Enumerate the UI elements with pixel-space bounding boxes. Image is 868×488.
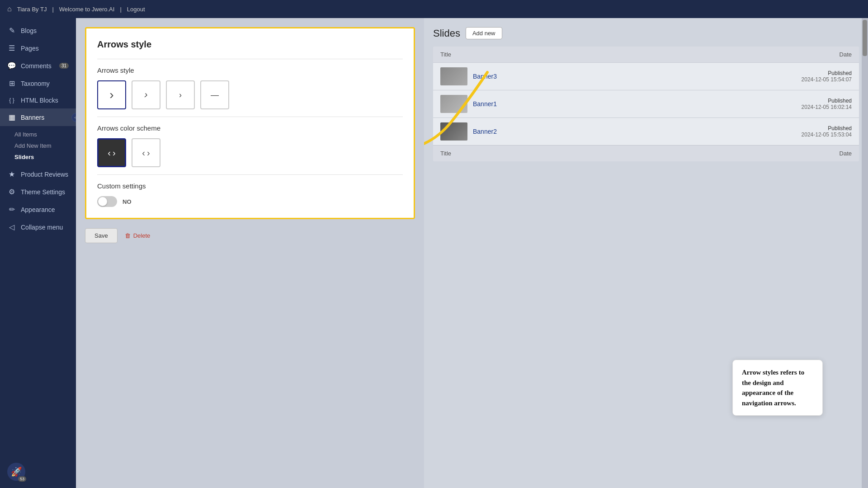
- top-separator-2: |: [120, 6, 121, 13]
- sidebar-label-product-reviews: Product Reviews: [21, 171, 68, 178]
- avatar-icon: 🚀: [11, 466, 22, 477]
- custom-settings-toggle-row: NO: [97, 196, 403, 207]
- arrows-card-title: Arrows style: [97, 39, 403, 50]
- arrow-style-options: › › › —: [97, 80, 403, 109]
- sidebar-label-appearance: Appearance: [21, 206, 55, 213]
- delete-button[interactable]: 🗑 Delete: [125, 232, 151, 239]
- slide-status-banner1: Published 2024-12-05 16:02:14: [761, 98, 852, 110]
- sidebar-item-blogs[interactable]: ✎ Blogs: [0, 22, 76, 39]
- delete-icon: 🗑: [125, 232, 131, 239]
- slide-thumb-banner2: [440, 122, 467, 141]
- col-footer-date: Date: [761, 150, 852, 157]
- arrows-style-card: Arrows style Arrows style › › › — Arrows…: [85, 27, 415, 219]
- toggle-label: NO: [123, 198, 132, 205]
- slides-table-footer: Title Date: [433, 145, 859, 161]
- right-scrollbar[interactable]: [862, 18, 868, 488]
- top-separator-1: |: [52, 6, 53, 13]
- slide-date-banner2: 2024-12-05 15:53:04: [761, 131, 852, 138]
- custom-settings-label: Custom settings: [97, 182, 403, 190]
- sidebar-item-collapse-menu[interactable]: ◁ Collapse menu: [0, 218, 76, 236]
- html-blocks-icon: { }: [7, 97, 16, 103]
- sidebar-item-pages[interactable]: ☰ Pages: [0, 39, 76, 57]
- table-row: Banner3 Published 2024-12-05 15:54:07: [433, 62, 859, 90]
- avatar-badge: 53: [18, 476, 26, 482]
- tooltip-text: Arrow styles refers to the design and ap…: [742, 369, 804, 407]
- slides-table: Title Date Banner3 Published 2024-12-05 …: [433, 47, 859, 161]
- form-panel: Arrows style Arrows style › › › — Arrows…: [76, 18, 424, 488]
- sidebar-label-blogs: Blogs: [21, 27, 37, 34]
- slide-status-banner2: Published 2024-12-05 15:53:04: [761, 125, 852, 138]
- add-new-button[interactable]: Add new: [466, 27, 502, 39]
- slide-status-text-banner3: Published: [761, 70, 852, 76]
- sidebar-sub-add-new-item[interactable]: Add New Item: [7, 140, 76, 151]
- sidebar-collapse-toggle[interactable]: ◁: [71, 113, 76, 122]
- sidebar-bottom: 🚀 53: [0, 455, 76, 488]
- form-bottom: Save 🗑 Delete: [85, 228, 415, 243]
- col-footer-title: Title: [440, 150, 761, 157]
- banners-submenu: All Items Add New Item Sliders: [0, 126, 76, 165]
- top-bar: ⌂ Tiara By TJ | Welcome to Jwero.AI | Lo…: [0, 0, 868, 18]
- col-header-date: Date: [761, 51, 852, 58]
- user-avatar[interactable]: 🚀 53: [7, 463, 25, 481]
- sidebar-sub-sliders[interactable]: Sliders: [7, 151, 76, 163]
- arrows-style-label: Arrows style: [97, 66, 403, 74]
- arrow-style-option-3[interactable]: ›: [166, 80, 195, 109]
- banners-icon: ▦: [7, 113, 16, 122]
- divider-2: [97, 117, 403, 117]
- sidebar-label-theme-settings: Theme Settings: [21, 188, 65, 196]
- main-layout: ✎ Blogs ☰ Pages 💬 Comments 31 ⊞ Taxonomy…: [0, 18, 868, 488]
- divider-3: [97, 174, 403, 175]
- slide-date-banner1: 2024-12-05 16:02:14: [761, 104, 852, 110]
- sidebar-item-html-blocks[interactable]: { } HTML Blocks: [0, 92, 76, 108]
- save-button[interactable]: Save: [85, 228, 118, 243]
- sidebar-label-html-blocks: HTML Blocks: [21, 97, 58, 104]
- arrow-style-option-1[interactable]: ›: [97, 80, 126, 109]
- slide-status-banner3: Published 2024-12-05 15:54:07: [761, 70, 852, 83]
- sidebar-item-appearance[interactable]: ✏ Appearance: [0, 201, 76, 218]
- table-row: Banner1 Published 2024-12-05 16:02:14: [433, 90, 859, 117]
- taxonomy-icon: ⊞: [7, 79, 16, 88]
- slide-name-banner1[interactable]: Banner1: [473, 100, 756, 108]
- sidebar-item-theme-settings[interactable]: ⚙ Theme Settings: [0, 183, 76, 201]
- slides-panel: Slides Add new Title Date Banner3 Publis…: [424, 18, 868, 488]
- slide-status-text-banner1: Published: [761, 98, 852, 104]
- divider-1: [97, 59, 403, 59]
- arrow-color-dark[interactable]: ‹ ›: [97, 138, 126, 167]
- comments-icon: 💬: [7, 61, 16, 70]
- tooltip-box: Arrow styles refers to the design and ap…: [732, 360, 823, 416]
- slide-thumb-banner1: [440, 95, 467, 113]
- content-area: Arrows style Arrows style › › › — Arrows…: [76, 18, 868, 488]
- slides-header: Slides Add new: [433, 27, 859, 39]
- welcome-link[interactable]: Welcome to Jwero.AI: [59, 6, 115, 13]
- home-icon[interactable]: ⌂: [7, 5, 12, 13]
- slides-title: Slides: [433, 28, 460, 39]
- arrow-color-options: ‹ › ‹ ›: [97, 138, 403, 167]
- sidebar-item-product-reviews[interactable]: ★ Product Reviews: [0, 165, 76, 183]
- dark-left-arrow: ‹: [108, 148, 111, 158]
- arrow-style-option-2[interactable]: ›: [132, 80, 160, 109]
- custom-settings-toggle[interactable]: [97, 196, 117, 207]
- product-reviews-icon: ★: [7, 170, 16, 178]
- slide-date-banner3: 2024-12-05 15:54:07: [761, 76, 852, 83]
- slides-table-header: Title Date: [433, 47, 859, 62]
- sidebar-item-banners[interactable]: ▦ Banners ◁: [0, 108, 76, 126]
- scrollbar-thumb[interactable]: [863, 20, 867, 56]
- arrow-style-option-4[interactable]: —: [200, 80, 229, 109]
- arrow-color-light[interactable]: ‹ ›: [132, 138, 160, 167]
- sidebar-sub-all-items[interactable]: All Items: [7, 129, 76, 140]
- sidebar-label-taxonomy: Taxonomy: [21, 80, 50, 87]
- logout-link[interactable]: Logout: [127, 6, 145, 13]
- comments-badge: 31: [59, 63, 69, 69]
- arrows-color-label: Arrows color scheme: [97, 124, 403, 132]
- blogs-icon: ✎: [7, 26, 16, 35]
- slide-name-banner3[interactable]: Banner3: [473, 73, 756, 80]
- site-name[interactable]: Tiara By TJ: [17, 6, 47, 13]
- dark-right-arrow: ›: [113, 148, 116, 158]
- sidebar-item-comments[interactable]: 💬 Comments 31: [0, 57, 76, 75]
- slide-name-banner2[interactable]: Banner2: [473, 128, 756, 135]
- delete-label: Delete: [133, 232, 151, 239]
- table-row: Banner2 Published 2024-12-05 15:53:04: [433, 117, 859, 145]
- light-right-arrow: ›: [147, 148, 150, 158]
- toggle-knob: [98, 197, 107, 206]
- sidebar-item-taxonomy[interactable]: ⊞ Taxonomy: [0, 75, 76, 92]
